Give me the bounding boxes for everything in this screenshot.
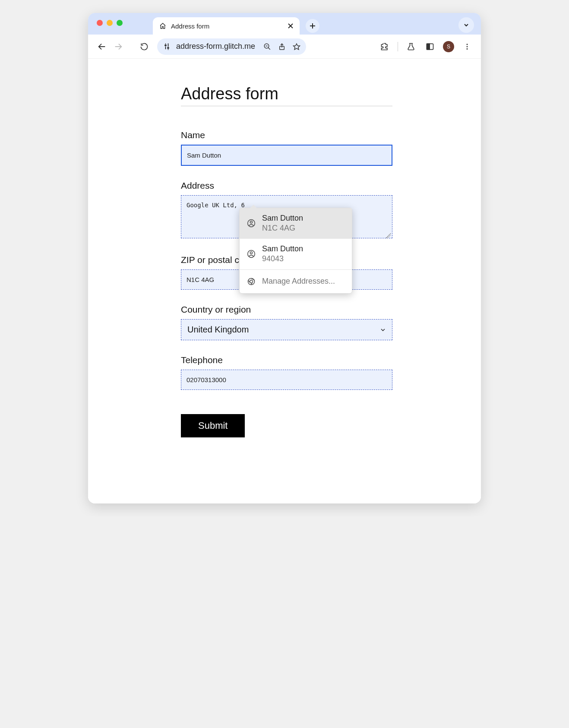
profile-avatar[interactable]: S (443, 41, 454, 52)
svg-point-22 (467, 48, 468, 49)
manage-addresses-label: Manage Addresses... (262, 277, 335, 286)
zoom-icon[interactable] (262, 41, 272, 52)
label-country: Country or region (181, 304, 392, 315)
svg-point-26 (250, 252, 253, 254)
forward-button[interactable] (112, 41, 124, 53)
person-icon (247, 218, 256, 228)
person-icon (247, 249, 256, 259)
address-bar[interactable]: address-form.glitch.me (157, 38, 306, 55)
reload-button[interactable] (138, 41, 150, 53)
labs-icon[interactable] (405, 41, 417, 53)
chrome-icon (247, 277, 256, 286)
resize-handle-icon[interactable] (386, 233, 391, 238)
extensions-icon[interactable] (379, 41, 391, 53)
page-content: Address form Name Address ZIP or postal … (88, 59, 481, 503)
svg-marker-16 (294, 44, 300, 50)
label-address: Address (181, 180, 392, 191)
country-select[interactable]: United Kingdom (181, 319, 392, 340)
toolbar-separator (398, 42, 398, 51)
autofill-option[interactable]: Sam Dutton N1C 4AG (240, 208, 352, 239)
field-country: Country or region United Kingdom (181, 304, 392, 340)
field-name: Name (181, 130, 392, 166)
svg-point-6 (165, 44, 166, 46)
autofill-name: Sam Dutton (262, 213, 303, 223)
avatar-letter: S (447, 44, 450, 50)
back-button[interactable] (96, 41, 108, 53)
svg-rect-19 (427, 44, 430, 49)
close-window-button[interactable] (97, 20, 103, 26)
tab-title: Address form (171, 22, 283, 30)
kebab-menu-icon[interactable] (461, 41, 473, 53)
svg-point-20 (467, 44, 468, 45)
url-text: address-form.glitch.me (176, 42, 255, 51)
minimize-window-button[interactable] (107, 20, 113, 26)
share-icon[interactable] (277, 41, 287, 52)
autofill-sub: N1C 4AG (262, 223, 303, 233)
page-title: Address form (181, 85, 392, 106)
toolbar: address-form.glitch.me S (88, 35, 481, 59)
label-telephone: Telephone (181, 355, 392, 365)
telephone-input[interactable] (181, 370, 392, 390)
autofill-name: Sam Dutton (262, 244, 303, 254)
browser-window: Address form address-form.glitch.me (88, 13, 481, 503)
autofill-sub: 94043 (262, 254, 303, 264)
browser-tab[interactable]: Address form (153, 17, 300, 35)
svg-point-24 (250, 221, 253, 223)
site-settings-icon[interactable] (163, 42, 172, 51)
name-input[interactable] (181, 145, 392, 166)
close-tab-icon[interactable] (288, 23, 294, 29)
tabs-dropdown-button[interactable] (458, 17, 474, 33)
titlebar: Address form (88, 13, 481, 35)
svg-point-21 (467, 46, 468, 47)
label-name: Name (181, 130, 392, 140)
svg-line-13 (268, 47, 270, 50)
submit-button[interactable]: Submit (181, 414, 245, 437)
field-telephone: Telephone (181, 355, 392, 390)
manage-addresses-button[interactable]: Manage Addresses... (240, 270, 352, 293)
side-panel-icon[interactable] (424, 41, 436, 53)
autofill-dropdown: Sam Dutton N1C 4AG Sam Dutton 94043 Mana… (239, 208, 352, 294)
window-controls (97, 20, 123, 26)
svg-point-9 (168, 47, 169, 48)
tab-favicon-icon (159, 22, 167, 30)
autofill-option[interactable]: Sam Dutton 94043 (240, 239, 352, 269)
new-tab-button[interactable] (306, 19, 319, 33)
bookmark-star-icon[interactable] (291, 41, 302, 52)
maximize-window-button[interactable] (117, 20, 123, 26)
